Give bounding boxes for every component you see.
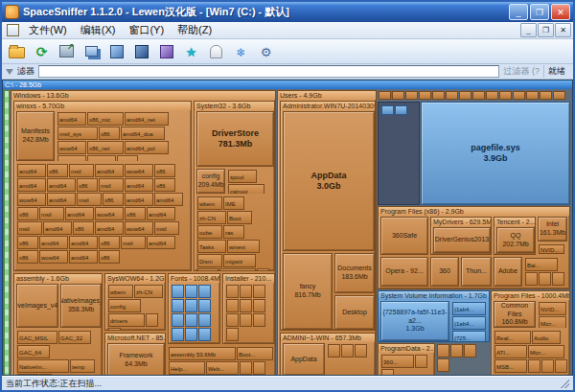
treemap-tile-unlabeled[interactable]: [198, 313, 211, 327]
treemap-tile[interactable]: config: [108, 299, 141, 312]
treemap-tile[interactable]: amd64_pol: [125, 141, 169, 154]
treemap-tile[interactable]: Help...: [169, 361, 205, 375]
treemap-tile[interactable]: Audio: [532, 331, 561, 344]
treemap-tile[interactable]: x86: [47, 164, 68, 177]
treemap-tile-unlabeled[interactable]: [437, 358, 449, 372]
treemap-tile[interactable]: 360...: [381, 355, 414, 368]
treemap-tile[interactable]: amd64: [39, 236, 68, 249]
pf86-360[interactable]: 360: [430, 257, 459, 287]
treemap-tile[interactable]: amd64: [58, 112, 86, 126]
treemap-tile-unlabeled[interactable]: [172, 285, 184, 298]
treemap-tile[interactable]: amd64: [147, 236, 175, 249]
treemap-tile[interactable]: amd64: [65, 207, 94, 220]
desktop[interactable]: Desktop: [334, 295, 375, 330]
treemap-tile-unlabeled[interactable]: [555, 359, 567, 373]
pf86-adobe[interactable]: Adobe: [494, 257, 522, 287]
treemap-tile[interactable]: x86: [73, 221, 94, 235]
treemap-tile[interactable]: amd64: [95, 221, 124, 235]
treemap-tile[interactable]: GAC_MSIL: [17, 331, 58, 344]
treemap-tile-unlabeled[interactable]: [226, 313, 239, 327]
treemap-tile-unlabeled[interactable]: [553, 91, 565, 100]
treemap-tile-unlabeled[interactable]: [328, 344, 340, 357]
treemap-tile[interactable]: amd64: [95, 164, 124, 177]
pagefile-sys[interactable]: pagefile.sys 3.9Gb: [421, 102, 570, 205]
menu-item-1[interactable]: 编辑(X): [74, 24, 123, 35]
treemap-tile-unlabeled[interactable]: [415, 355, 427, 368]
treemap-tile-unlabeled[interactable]: [526, 91, 539, 100]
pf86-opera[interactable]: Opera - 92...: [380, 257, 428, 287]
treemap-tile-unlabeled[interactable]: [419, 91, 431, 100]
treemap-tile-unlabeled[interactable]: [185, 313, 197, 327]
treemap-tile[interactable]: x86: [99, 127, 120, 140]
view-cube-blue-button[interactable]: [105, 41, 127, 61]
maximize-button[interactable]: ❐: [530, 4, 549, 20]
treemap-tile-unlabeled[interactable]: [240, 285, 252, 298]
treemap-tile[interactable]: {1ab4...: [452, 302, 486, 315]
fonts[interactable]: Fonts - 1008.4Mb: [168, 273, 220, 344]
freeze-snowflake-button[interactable]: [230, 41, 252, 61]
treemap-tile[interactable]: wow64: [125, 221, 153, 235]
mdi-restore-button[interactable]: ❐: [538, 23, 554, 37]
treemap-tile[interactable]: msil: [121, 236, 146, 249]
treemap-tile[interactable]: amd64: [154, 193, 183, 206]
view-cube-dark-button[interactable]: [130, 41, 152, 61]
treemap-tile[interactable]: amd64: [17, 178, 46, 192]
treemap-tile[interactable]: amd64: [43, 221, 72, 235]
treemap-tile[interactable]: msil: [99, 178, 124, 192]
treemap-tile[interactable]: zh-CN: [197, 211, 226, 224]
treemap-tile[interactable]: x86_mic: [87, 112, 124, 126]
treemap-tile[interactable]: Micr...: [539, 316, 566, 328]
treemap-tile-unlabeled[interactable]: [172, 328, 184, 341]
treemap-tile[interactable]: IME: [223, 196, 244, 210]
treemap-tile-unlabeled[interactable]: [381, 105, 394, 115]
treemap-tile[interactable]: wow64: [95, 207, 124, 220]
manifests[interactable]: Manifests 242.8Mb: [16, 111, 55, 161]
treemap-tile[interactable]: Sysprep: [219, 268, 256, 270]
treemap-tile[interactable]: spp: [197, 268, 218, 270]
treemap-tile[interactable]: GAC: [17, 374, 38, 376]
treemap-tile[interactable]: {725...: [452, 331, 486, 341]
treemap-tile-unlabeled[interactable]: [146, 313, 158, 327]
treemap-tile-unlabeled[interactable]: [459, 91, 472, 100]
qq[interactable]: QQ 202.7Mb: [496, 227, 535, 253]
treemap-tile[interactable]: amd64: [125, 178, 153, 192]
treemap-tile-unlabeled[interactable]: [240, 361, 252, 375]
treemap-tile-unlabeled[interactable]: [540, 91, 552, 100]
master-view-star-button[interactable]: [180, 41, 202, 61]
treemap-tile[interactable]: Web...: [206, 361, 239, 375]
system32[interactable]: System32 - 3.6GbDriverStore 781.3Mbconfi…: [194, 101, 275, 271]
treemap-tile-unlabeled[interactable]: [472, 91, 485, 100]
treemap-tile[interactable]: GAC_64: [17, 345, 50, 358]
native-images[interactable]: NativeImages_ 358.3Mb: [60, 284, 102, 328]
treemap-tile[interactable]: amd64: [69, 236, 98, 249]
treemap-tile-unlabeled[interactable]: [405, 91, 418, 100]
treemap-tile[interactable]: x86: [17, 207, 38, 220]
fancy[interactable]: fancy 816.7Mb: [283, 253, 333, 330]
program-files[interactable]: Program Files - 1000.4MbCommon Files 160…: [491, 290, 570, 376]
treemap-tile[interactable]: msil_: [58, 155, 86, 161]
treemap-tile-unlabeled[interactable]: [240, 299, 252, 312]
treemap-tile[interactable]: x86_net: [87, 141, 124, 154]
treemap-tile[interactable]: drivers: [108, 313, 145, 327]
treemap-tile-unlabeled[interactable]: [525, 272, 538, 286]
treemap-tile[interactable]: Real...: [494, 331, 531, 344]
treemap-tile-unlabeled[interactable]: [432, 91, 445, 100]
framework[interactable]: Framework 64.3Mb: [107, 343, 165, 376]
treemap-tile-unlabeled[interactable]: [198, 285, 211, 298]
treemap-tile[interactable]: wow64: [58, 141, 86, 154]
svi-restore-point[interactable]: {7258897a-fa5f-11e3-a2... 1.3Gb: [380, 301, 449, 341]
installer[interactable]: Installer - 210...: [222, 273, 275, 344]
treemap-tile[interactable]: winevt: [227, 240, 260, 253]
config[interactable]: config 209.4Mb: [196, 169, 225, 194]
treemap-tile[interactable]: wbem: [108, 285, 133, 298]
treemap-tile[interactable]: NVID...: [539, 302, 566, 315]
treemap-tile-unlabeled[interactable]: [39, 374, 52, 376]
treemap-tile[interactable]: amd64: [17, 164, 46, 177]
pf86-tencent[interactable]: Tencent - 2...QQ 202.7Mb: [494, 217, 536, 255]
treemap-tile[interactable]: migwiz: [223, 254, 256, 267]
treemap-tile-unlabeled[interactable]: [446, 91, 458, 100]
treemap-tile-unlabeled[interactable]: [379, 91, 391, 100]
resize-grip[interactable]: [560, 379, 569, 388]
driverstore[interactable]: DriverStore 781.3Mb: [196, 111, 274, 167]
microsoft-net[interactable]: Microsoft.NET - 85.8MbFramework 64.3Mb: [104, 333, 166, 376]
